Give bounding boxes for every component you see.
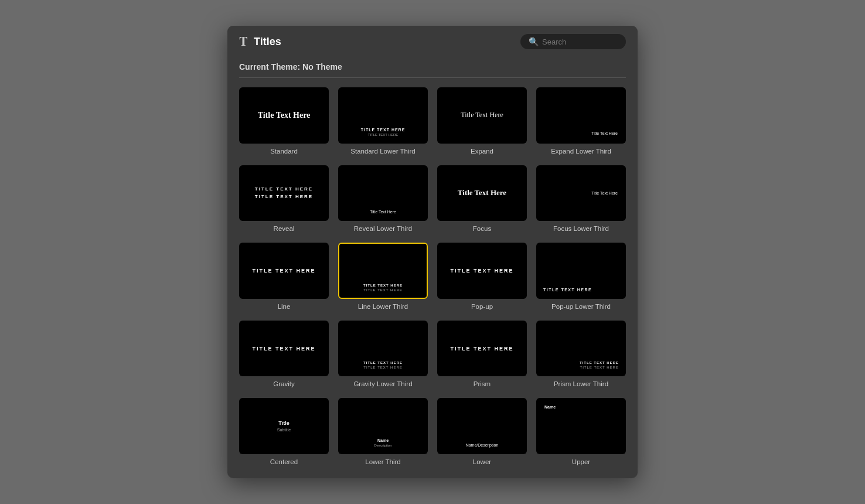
tile-thumb-line-lower-third: TITLE TEXT HERE TITLE TEXT HERE (338, 243, 428, 299)
search-bar[interactable]: 🔍 (520, 34, 626, 49)
theme-label: Current Theme: No Theme (227, 57, 638, 77)
thumb-content-lower-third: Name Description (339, 438, 427, 447)
tiles-grid-container: Title Text Here Standard TITLE TEXT HERE… (227, 78, 638, 478)
tile-thumb-standard-lower-third: TITLE TEXT HERE TITLE TEXT HERE (338, 87, 428, 144)
tile-thumb-expand: Title Text Here (437, 87, 527, 144)
tile-thumb-gravity-lower-third: TITLE TEXT HERE TITLE TEXT HERE (338, 321, 428, 377)
tile-label-line: Line (278, 302, 291, 311)
tile-thumb-reveal-lower-third: Title Text Here (338, 165, 428, 222)
tile-popup-lower-third[interactable]: TITLE TEXT HERE Pop-up Lower Third (536, 243, 626, 311)
tile-label-popup-lower-third: Pop-up Lower Third (551, 302, 611, 311)
thumb-text2: TITLE TEXT HERE (339, 133, 427, 137)
tile-label-prism: Prism (474, 380, 491, 389)
thumb-text-prism: TITLE TEXT HERE (450, 346, 513, 352)
tile-thumb-popup-lower-third: TITLE TEXT HERE (536, 243, 626, 299)
thumb-text-expand-lower-third: Title Text Here (591, 131, 618, 135)
tile-label-expand-lower-third: Expand Lower Third (551, 147, 611, 156)
thumb-content-upper: Name (544, 405, 556, 409)
thumb-text1-line-lower-third: TITLE TEXT HERE (339, 284, 427, 287)
tile-popup[interactable]: TITLE TEXT HERE Pop-up (437, 243, 527, 311)
tile-centered[interactable]: Title Subtitle Centered (239, 398, 329, 466)
tile-thumb-lower: Name/Description (437, 398, 527, 454)
thumb-text2-prism-lower-third: TITLE TEXT HERE (580, 366, 619, 369)
tile-label-centered: Centered (270, 458, 298, 466)
tile-expand-lower-third[interactable]: Title Text Here Expand Lower Third (536, 87, 626, 156)
tile-thumb-standard: Title Text Here (239, 87, 329, 144)
titles-panel: 𝐓 Titles 🔍 Current Theme: No Theme Title… (227, 26, 638, 478)
tile-label-prism-lower-third: Prism Lower Third (554, 380, 608, 389)
thumb-content-focus-lower-third: Title Text Here (591, 191, 618, 195)
thumb-text-focus-lower-third: Title Text Here (591, 191, 618, 195)
thumb-text-focus: Title Text Here (458, 188, 506, 197)
thumb-content-lower: Name/Description (438, 443, 526, 447)
thumb-text1-gravity-lower-third: TITLE TEXT HERE (339, 361, 427, 365)
thumb-content-standard-lower-third: TITLE TEXT HERE TITLE TEXT HERE (339, 128, 427, 137)
tile-expand[interactable]: Title Text Here Expand (437, 87, 527, 156)
thumb-text2-reveal: TITLE TEXT HERE (255, 194, 313, 199)
tile-thumb-focus-lower-third: Title Text Here (536, 165, 626, 222)
thumb-text2-centered: Subtitle (277, 428, 291, 432)
thumb-content-centered: Title Subtitle (277, 420, 291, 432)
thumb-text-lower: Name/Description (438, 443, 526, 447)
search-icon: 🔍 (529, 37, 539, 46)
thumb-text1-lower-third: Name (339, 438, 427, 442)
header-left: 𝐓 Titles (239, 34, 281, 49)
tile-prism-lower-third[interactable]: TITLE TEXT HERE TITLE TEXT HERE Prism Lo… (536, 321, 626, 389)
tile-label-gravity: Gravity (273, 380, 294, 389)
tile-thumb-focus: Title Text Here (437, 165, 527, 222)
tile-label-lower-third: Lower Third (365, 458, 401, 466)
tile-prism[interactable]: TITLE TEXT HERE Prism (437, 321, 527, 389)
thumb-text-line: TITLE TEXT HERE (252, 268, 315, 274)
thumb-content-popup-lower-third: TITLE TEXT HERE (543, 288, 592, 292)
thumb-content-line-lower-third: TITLE TEXT HERE TITLE TEXT HERE (339, 284, 427, 292)
thumb-text1-reveal: TITLE TEXT HERE (255, 186, 313, 192)
tile-thumb-reveal: TITLE TEXT HERE TITLE TEXT HERE (239, 165, 329, 222)
tile-line-lower-third[interactable]: TITLE TEXT HERE TITLE TEXT HERE Line Low… (338, 243, 428, 311)
tile-label-reveal: Reveal (274, 224, 295, 233)
tile-thumb-line: TITLE TEXT HERE (239, 243, 329, 299)
tile-gravity-lower-third[interactable]: TITLE TEXT HERE TITLE TEXT HERE Gravity … (338, 321, 428, 389)
tile-label-lower: Lower (473, 458, 491, 466)
panel-title: Titles (254, 36, 281, 48)
title-icon: 𝐓 (239, 34, 248, 49)
thumb-text2-gravity-lower-third: TITLE TEXT HERE (339, 366, 427, 369)
tile-upper[interactable]: Name Upper (536, 398, 626, 466)
tile-thumb-expand-lower-third: Title Text Here (536, 87, 626, 144)
tile-label-focus: Focus (473, 224, 491, 233)
tile-thumb-popup: TITLE TEXT HERE (437, 243, 527, 299)
thumb-text-expand: Title Text Here (456, 111, 508, 120)
tile-focus[interactable]: Title Text Here Focus (437, 165, 527, 234)
tile-line[interactable]: TITLE TEXT HERE Line (239, 243, 329, 311)
thumb-text-reveal-lower-third: Title Text Here (339, 210, 427, 214)
thumb-text1-centered: Title (277, 420, 291, 426)
tile-reveal-lower-third[interactable]: Title Text Here Reveal Lower Third (338, 165, 428, 234)
thumb-text-upper: Name (544, 405, 556, 409)
thumb-text2-lower-third: Description (339, 444, 427, 447)
thumb-content-gravity-lower-third: TITLE TEXT HERE TITLE TEXT HERE (339, 361, 427, 369)
tile-thumb-centered: Title Subtitle (239, 398, 329, 454)
tile-label-popup: Pop-up (471, 302, 493, 311)
tile-reveal[interactable]: TITLE TEXT HERE TITLE TEXT HERE Reveal (239, 165, 329, 234)
thumb-content-expand-lower-third: Title Text Here (591, 131, 618, 135)
tile-thumb-gravity: TITLE TEXT HERE (239, 321, 329, 377)
tile-focus-lower-third[interactable]: Title Text Here Focus Lower Third (536, 165, 626, 234)
thumb-text1: TITLE TEXT HERE (339, 128, 427, 132)
tile-gravity[interactable]: TITLE TEXT HERE Gravity (239, 321, 329, 389)
tile-label-upper: Upper (572, 458, 590, 466)
thumb-content-reveal-lower-third: Title Text Here (339, 210, 427, 214)
tile-lower-third[interactable]: Name Description Lower Third (338, 398, 428, 466)
tile-label-focus-lower-third: Focus Lower Third (553, 224, 609, 233)
tile-lower[interactable]: Name/Description Lower (437, 398, 527, 466)
thumb-text-popup-lower-third: TITLE TEXT HERE (543, 288, 592, 292)
tile-standard[interactable]: Title Text Here Standard (239, 87, 329, 156)
tile-thumb-upper: Name (536, 398, 626, 454)
panel-header: 𝐓 Titles 🔍 (227, 26, 638, 57)
thumb-text1-prism-lower-third: TITLE TEXT HERE (580, 361, 619, 365)
tile-thumb-prism-lower-third: TITLE TEXT HERE TITLE TEXT HERE (536, 321, 626, 377)
thumb-content-prism-lower-third: TITLE TEXT HERE TITLE TEXT HERE (580, 361, 619, 369)
search-input[interactable] (542, 38, 618, 46)
tile-label-standard: Standard (270, 147, 298, 156)
tile-standard-lower-third[interactable]: TITLE TEXT HERE TITLE TEXT HERE Standard… (338, 87, 428, 156)
thumb-content-reveal: TITLE TEXT HERE TITLE TEXT HERE (255, 186, 313, 199)
thumb-text-popup: TITLE TEXT HERE (450, 268, 513, 274)
